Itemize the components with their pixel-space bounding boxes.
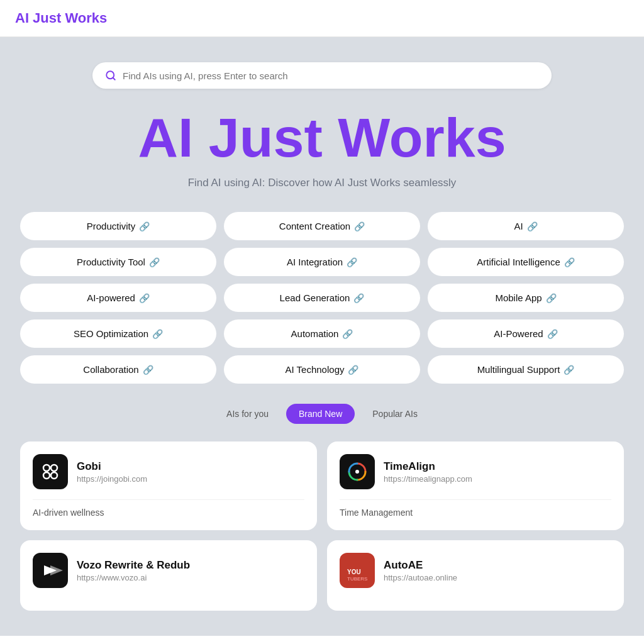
category-btn-productivity[interactable]: Productivity🔗 bbox=[20, 212, 216, 240]
logo[interactable]: AI Just Works bbox=[15, 10, 107, 26]
card-top: Vozo Rewrite & Redub https://www.vozo.ai bbox=[33, 553, 304, 588]
link-icon: 🔗 bbox=[353, 293, 364, 303]
category-btn-lead-generation[interactable]: Lead Generation🔗 bbox=[224, 284, 420, 312]
card-name-vozo: Vozo Rewrite & Redub bbox=[77, 559, 190, 572]
card-top: Gobi https://joingobi.com bbox=[33, 454, 304, 489]
category-btn-seo-optimization[interactable]: SEO Optimization🔗 bbox=[20, 319, 216, 348]
link-icon: 🔗 bbox=[342, 329, 353, 339]
header: AI Just Works bbox=[0, 0, 644, 37]
search-input[interactable] bbox=[123, 70, 539, 81]
link-icon: 🔗 bbox=[143, 365, 153, 375]
link-icon: 🔗 bbox=[527, 221, 538, 231]
link-icon: 🔗 bbox=[347, 257, 357, 267]
category-btn-multilingual-support[interactable]: Multilingual Support🔗 bbox=[428, 355, 624, 384]
card-name-timealign: TimeAlign bbox=[384, 460, 472, 473]
category-btn-collaboration[interactable]: Collaboration🔗 bbox=[20, 355, 216, 384]
svg-line-1 bbox=[113, 77, 114, 79]
card-desc-timealign: Time Management bbox=[340, 499, 611, 518]
category-btn-ai-powered[interactable]: AI-Powered🔗 bbox=[428, 319, 624, 348]
search-bar bbox=[92, 62, 552, 89]
category-btn-automation[interactable]: Automation🔗 bbox=[224, 319, 420, 348]
link-icon: 🔗 bbox=[354, 221, 365, 231]
link-icon: 🔗 bbox=[546, 293, 557, 303]
category-btn-content-creation[interactable]: Content Creation🔗 bbox=[224, 212, 420, 240]
tab-popular-ais[interactable]: Popular AIs bbox=[360, 404, 430, 424]
link-icon: 🔗 bbox=[152, 329, 163, 339]
card-url-vozo[interactable]: https://www.vozo.ai bbox=[77, 573, 190, 582]
link-icon: 🔗 bbox=[547, 329, 558, 339]
card-url-gobi[interactable]: https://joingobi.com bbox=[77, 474, 147, 484]
ai-card-timealign: TimeAlign https://timealignapp.com Time … bbox=[327, 441, 624, 530]
category-btn-ai[interactable]: AI🔗 bbox=[428, 212, 624, 240]
card-info: Vozo Rewrite & Redub https://www.vozo.ai bbox=[77, 559, 190, 582]
svg-point-9 bbox=[355, 470, 359, 474]
card-info: TimeAlign https://timealignapp.com bbox=[384, 460, 472, 484]
card-top: TimeAlign https://timealignapp.com bbox=[340, 454, 611, 489]
card-logo-gobi bbox=[33, 454, 68, 489]
main-content: AI Just Works Find AI using AI: Discover… bbox=[0, 37, 644, 636]
card-desc-gobi: AI-driven wellness bbox=[33, 499, 304, 518]
category-btn-artificial-intelligence[interactable]: Artificial Intelligence🔗 bbox=[428, 248, 624, 276]
svg-text:TUBERS: TUBERS bbox=[347, 576, 367, 582]
link-icon: 🔗 bbox=[564, 257, 575, 267]
tab-row: AIs for youBrand NewPopular AIs bbox=[214, 404, 430, 424]
search-icon bbox=[105, 70, 116, 81]
card-name-gobi: Gobi bbox=[77, 460, 147, 473]
svg-text:YOU: YOU bbox=[347, 569, 361, 575]
ai-card-gobi: Gobi https://joingobi.com AI-driven well… bbox=[20, 441, 317, 530]
category-btn-ai-powered[interactable]: AI-powered🔗 bbox=[20, 284, 216, 312]
category-grid: Productivity🔗Content Creation🔗AI🔗Product… bbox=[20, 212, 624, 384]
card-logo-autoae: YOU TUBERS bbox=[340, 553, 375, 588]
category-btn-productivity-tool[interactable]: Productivity Tool🔗 bbox=[20, 248, 216, 276]
link-icon: 🔗 bbox=[348, 365, 358, 375]
card-top: YOU TUBERS AutoAE https://autoae.online bbox=[340, 553, 611, 588]
tab-ais-for-you[interactable]: AIs for you bbox=[214, 404, 281, 424]
card-url-autoae[interactable]: https://autoae.online bbox=[384, 573, 457, 582]
hero-title: AI Just Works bbox=[138, 109, 506, 167]
card-logo-timealign bbox=[340, 454, 375, 489]
link-icon: 🔗 bbox=[139, 221, 150, 231]
card-info: Gobi https://joingobi.com bbox=[77, 460, 147, 484]
search-wrapper bbox=[92, 62, 552, 89]
ai-card-autoae: YOU TUBERS AutoAE https://autoae.online bbox=[327, 540, 624, 611]
link-icon: 🔗 bbox=[564, 365, 574, 375]
card-info: AutoAE https://autoae.online bbox=[384, 559, 457, 582]
link-icon: 🔗 bbox=[149, 257, 160, 267]
category-btn-mobile-app[interactable]: Mobile App🔗 bbox=[428, 284, 624, 312]
card-logo-vozo bbox=[33, 553, 68, 588]
category-btn-ai-integration[interactable]: AI Integration🔗 bbox=[224, 248, 420, 276]
link-icon: 🔗 bbox=[139, 293, 150, 303]
category-btn-ai-technology[interactable]: AI Technology🔗 bbox=[224, 355, 420, 384]
tab-brand-new[interactable]: Brand New bbox=[286, 404, 355, 424]
cards-grid: Gobi https://joingobi.com AI-driven well… bbox=[20, 441, 624, 611]
card-url-timealign[interactable]: https://timealignapp.com bbox=[384, 474, 472, 484]
ai-card-vozo: Vozo Rewrite & Redub https://www.vozo.ai bbox=[20, 540, 317, 611]
card-name-autoae: AutoAE bbox=[384, 559, 457, 572]
svg-rect-2 bbox=[38, 459, 63, 484]
hero-subtitle: Find AI using AI: Discover how AI Just W… bbox=[188, 177, 457, 189]
